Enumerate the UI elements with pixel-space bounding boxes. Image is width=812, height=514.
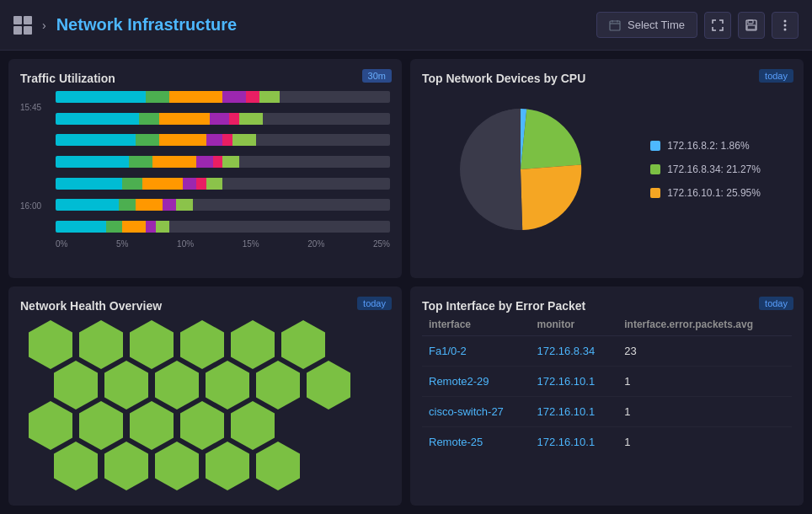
error-table: interface monitor interface.error.packet… [422, 313, 792, 457]
interface-link[interactable]: Remote-25 [422, 427, 530, 458]
error-title: Top Interface by Error Packet [422, 299, 585, 313]
error-value: 23 [617, 336, 792, 367]
error-value: 1 [617, 367, 792, 397]
legend-label-2: 172.16.8.34: 21.27% [667, 163, 761, 175]
x-label: 25% [373, 239, 390, 249]
bar-row [56, 89, 390, 104]
header-actions: Select Time [596, 12, 799, 39]
bar-row [56, 197, 390, 212]
table-row: Remote-25 172.16.10.1 1 [422, 427, 792, 458]
error-panel: Top Interface by Error Packet today inte… [410, 286, 804, 506]
x-label: 15% [243, 239, 259, 249]
table-row: Fa1/0-2 172.16.8.34 23 [422, 336, 792, 367]
hex-cell [104, 442, 148, 490]
expand-button[interactable] [704, 12, 731, 39]
bar-segments [56, 91, 390, 103]
bar-segments [56, 199, 390, 211]
table-header-row: interface monitor interface.error.packet… [422, 313, 792, 336]
hex-cell [54, 442, 98, 490]
interface-link[interactable]: cisco-switch-27 [422, 397, 530, 427]
main-content: Traffic Utilization 30m 15:45 16:00 [0, 51, 812, 514]
monitor-link[interactable]: 172.16.10.1 [530, 397, 617, 427]
col-error-packets: interface.error.packets.avg [617, 313, 792, 336]
legend-dot-orange [650, 188, 660, 198]
table-row: cisco-switch-27 172.16.10.1 1 [422, 397, 792, 427]
more-button[interactable] [772, 12, 799, 39]
x-label: 20% [307, 239, 324, 249]
bar-segments [56, 178, 390, 190]
bar-row [56, 219, 390, 234]
save-icon [745, 19, 757, 31]
col-interface: interface [422, 313, 530, 336]
col-monitor: monitor [530, 313, 617, 336]
hex-cell [155, 442, 199, 490]
hex-cell [206, 442, 249, 490]
traffic-title: Traffic Utilization [20, 72, 115, 85]
legend-label-1: 172.16.8.2: 1.86% [667, 140, 749, 152]
monitor-link[interactable]: 172.16.10.1 [530, 367, 617, 397]
page-title: Network Infrastructure [56, 15, 588, 35]
y-label-1600: 16:00 [20, 201, 41, 211]
health-panel: Network Health Overview today [8, 286, 402, 506]
health-badge: today [357, 297, 392, 310]
svg-rect-0 [610, 21, 620, 30]
pie-chart [453, 102, 588, 237]
expand-icon [712, 19, 724, 31]
bar-row [56, 111, 390, 126]
traffic-badge: 30m [362, 69, 392, 83]
svg-rect-6 [747, 25, 756, 29]
save-button[interactable] [738, 12, 765, 39]
interface-link[interactable]: Fa1/0-2 [422, 336, 530, 367]
error-value: 1 [617, 427, 792, 458]
bar-row [56, 132, 390, 147]
legend-dot-blue [650, 141, 660, 151]
cpu-badge: today [759, 69, 793, 83]
x-label: 0% [56, 239, 67, 249]
more-icon [783, 19, 787, 31]
cpu-panel: Top Network Devices by CPU today [410, 59, 804, 278]
monitor-link[interactable]: 172.16.8.34 [530, 336, 617, 367]
calendar-icon [609, 19, 621, 31]
hex-cell [307, 361, 350, 410]
pie-legend: 172.16.8.2: 1.86% 172.16.8.34: 21.27% 17… [650, 140, 761, 199]
health-title: Network Health Overview [20, 299, 162, 313]
traffic-panel: Traffic Utilization 30m 15:45 16:00 [8, 59, 402, 278]
monitor-link[interactable]: 172.16.10.1 [530, 427, 617, 458]
bar-segments [56, 134, 390, 146]
legend-item: 172.16.8.2: 1.86% [650, 140, 761, 152]
pie-section: 172.16.8.2: 1.86% 172.16.8.34: 21.27% 17… [422, 86, 792, 252]
hex-cell [256, 442, 300, 490]
bar-segments [56, 156, 390, 168]
grid-icon[interactable] [13, 16, 32, 35]
traffic-chart: 15:45 16:00 [20, 86, 390, 256]
bar-row [56, 176, 390, 191]
svg-point-8 [784, 24, 787, 26]
y-label-1545: 15:45 [20, 103, 41, 112]
legend-dot-green [650, 164, 660, 174]
error-badge: today [759, 297, 793, 310]
interface-link[interactable]: Remote2-29 [422, 367, 530, 397]
bar-segments [56, 113, 390, 125]
x-label: 5% [116, 239, 128, 249]
cpu-title: Top Network Devices by CPU [422, 72, 585, 85]
svg-point-9 [784, 28, 787, 30]
error-value: 1 [617, 397, 792, 427]
header: › Network Infrastructure Select Time [0, 0, 812, 51]
legend-item: 172.16.8.34: 21.27% [650, 163, 761, 175]
legend-item: 172.16.10.1: 25.95% [650, 187, 761, 199]
svg-point-7 [784, 19, 787, 22]
select-time-button[interactable]: Select Time [596, 12, 697, 38]
bar-segments [56, 221, 390, 233]
chevron-icon: › [42, 19, 46, 32]
svg-rect-5 [748, 20, 753, 24]
legend-label-3: 172.16.10.1: 25.95% [667, 187, 761, 199]
x-label: 10% [177, 239, 194, 249]
table-row: Remote2-29 172.16.10.1 1 [422, 367, 792, 397]
bar-row [56, 154, 390, 169]
